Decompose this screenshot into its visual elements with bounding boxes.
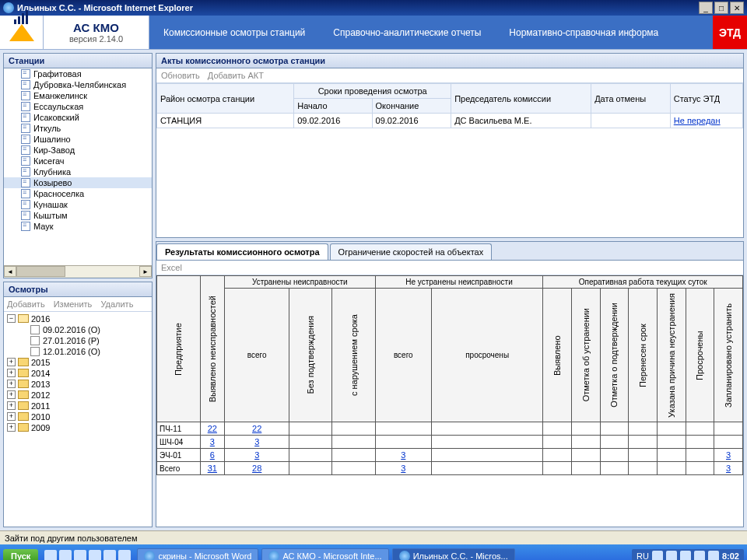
col-end[interactable]: Окончание: [372, 99, 451, 114]
start-button[interactable]: Пуск: [3, 549, 38, 560]
expand-icon[interactable]: +: [7, 369, 16, 377]
tray-icon[interactable]: [694, 551, 705, 560]
ql-icon[interactable]: [59, 550, 72, 560]
inspection-item[interactable]: 27.01.2016 (Р): [30, 335, 149, 346]
value-link[interactable]: 22: [208, 424, 217, 433]
folder-open-icon: [18, 314, 29, 323]
menu-inspections[interactable]: Комиссионные осмотры станций: [149, 16, 319, 49]
menu-reports[interactable]: Справочно-аналитические отчеты: [319, 16, 495, 49]
clock[interactable]: 8:02: [722, 551, 739, 560]
value-link[interactable]: 3: [210, 437, 215, 446]
taskbar-button[interactable]: скрины - Microsoft Word: [137, 548, 258, 560]
station-item[interactable]: Графитовая: [4, 68, 152, 79]
maximize-button[interactable]: □: [714, 2, 728, 14]
station-item[interactable]: Кыштым: [4, 210, 152, 221]
station-item[interactable]: Еманжелинск: [4, 90, 152, 101]
year-node[interactable]: +2012: [7, 390, 149, 401]
ql-icon[interactable]: [74, 550, 86, 560]
acts-row[interactable]: СТАНЦИЯ 09.02.2016 09.02.2016 ДС Василье…: [157, 114, 743, 128]
inspection-item[interactable]: 12.01.2016 (О): [30, 346, 149, 357]
station-item[interactable]: Исаковский: [4, 112, 152, 123]
value-link[interactable]: 3: [401, 464, 405, 473]
etd-badge[interactable]: ЭТД: [713, 16, 747, 49]
tab-results[interactable]: Результаты комиссионного осмотра: [156, 243, 328, 260]
stations-tree[interactable]: ГрафитоваяДубровка-ЧелябинскаяЕманжелинс…: [4, 68, 152, 265]
minimize-button[interactable]: _: [699, 2, 713, 14]
value-link[interactable]: 3: [254, 450, 259, 460]
expand-icon[interactable]: +: [7, 401, 16, 410]
edit-link[interactable]: Изменить: [54, 299, 93, 309]
year-node[interactable]: +2011: [7, 401, 149, 411]
ql-icon[interactable]: [118, 550, 131, 560]
station-item[interactable]: Иткуль: [4, 123, 152, 134]
value-link[interactable]: 28: [252, 464, 261, 473]
station-item[interactable]: Кунашак: [4, 199, 152, 210]
stations-scrollbar[interactable]: ◄ ►: [4, 265, 152, 278]
scroll-right-icon[interactable]: ►: [139, 266, 152, 277]
lang-indicator[interactable]: RU: [637, 551, 649, 560]
scroll-thumb[interactable]: [16, 266, 65, 277]
tray-icon[interactable]: [666, 551, 677, 560]
value-link[interactable]: 6: [210, 450, 215, 460]
year-node[interactable]: +2009: [7, 422, 149, 433]
year-node[interactable]: +2010: [7, 411, 149, 422]
ql-icon[interactable]: [103, 550, 116, 560]
status-text[interactable]: Зайти под другим пользователем: [5, 534, 138, 543]
tray-icon[interactable]: [652, 551, 663, 560]
collapse-icon[interactable]: −: [7, 314, 16, 323]
delete-link[interactable]: Удалить: [100, 299, 133, 309]
year-node[interactable]: +2013: [7, 379, 149, 390]
station-item[interactable]: Маук: [4, 221, 152, 232]
expand-icon[interactable]: +: [7, 380, 16, 388]
year-node[interactable]: −2016: [7, 313, 149, 324]
station-item[interactable]: Клубника: [4, 166, 152, 177]
tray-icon[interactable]: [680, 551, 691, 560]
add-act-link[interactable]: Добавить АКТ: [208, 71, 264, 80]
results-row[interactable]: ПЧ-112222: [157, 422, 743, 436]
status-link[interactable]: Не передан: [674, 116, 721, 125]
col-found: Выявлено неисправностей: [207, 292, 218, 405]
station-item[interactable]: Ишалино: [4, 134, 152, 145]
station-item[interactable]: Кир-Завод: [4, 145, 152, 156]
col-chair[interactable]: Председатель комиссии: [451, 84, 591, 114]
ql-icon[interactable]: [89, 550, 101, 560]
status-bar[interactable]: Зайти под другим пользователем: [0, 530, 747, 544]
results-row[interactable]: Всего312833: [157, 462, 743, 475]
refresh-link[interactable]: Обновить: [161, 71, 200, 80]
inspections-tree[interactable]: −201609.02.2016 (О)27.01.2016 (Р)12.01.2…: [4, 312, 152, 527]
col-status[interactable]: Статус ЭТД: [670, 84, 742, 114]
year-node[interactable]: +2014: [7, 368, 149, 379]
station-item[interactable]: Красноселка: [4, 188, 152, 199]
station-item[interactable]: Ессаульская: [4, 101, 152, 112]
value-link[interactable]: 3: [726, 450, 731, 460]
expand-icon[interactable]: +: [7, 358, 16, 366]
expand-icon[interactable]: +: [7, 390, 16, 399]
value-link[interactable]: 3: [401, 450, 405, 460]
value-link[interactable]: 31: [208, 464, 217, 473]
station-item[interactable]: Кисегач: [4, 156, 152, 166]
results-row[interactable]: ЭЧ-016333: [157, 449, 743, 462]
scroll-left-icon[interactable]: ◄: [4, 266, 16, 277]
col-start[interactable]: Начало: [294, 99, 372, 114]
menu-reference[interactable]: Нормативно-справочная информа: [495, 16, 672, 49]
year-node[interactable]: +2015: [7, 357, 149, 368]
value-link[interactable]: 22: [252, 424, 261, 433]
close-button[interactable]: ✕: [730, 2, 744, 14]
taskbar-button[interactable]: АС КМО - Microsoft Inte...: [261, 548, 388, 560]
tab-speed-limits[interactable]: Ограничение скоростей на объектах: [330, 243, 493, 260]
excel-link[interactable]: Excel: [161, 263, 182, 272]
col-cancel[interactable]: Дата отмены: [591, 84, 671, 114]
taskbar-button-active[interactable]: Ильиных С.С. - Micros...: [392, 548, 515, 560]
ql-icon[interactable]: [44, 550, 57, 560]
tray-icon[interactable]: [708, 551, 719, 560]
station-item[interactable]: Козырево: [4, 177, 152, 188]
expand-icon[interactable]: +: [7, 423, 16, 432]
station-item[interactable]: Дубровка-Челябинская: [4, 79, 152, 90]
value-link[interactable]: 3: [726, 464, 731, 473]
expand-icon[interactable]: +: [7, 412, 16, 421]
add-link[interactable]: Добавить: [7, 299, 45, 309]
value-link[interactable]: 3: [254, 437, 259, 446]
col-region[interactable]: Район осмотра станции: [157, 84, 294, 114]
inspection-item[interactable]: 09.02.2016 (О): [30, 324, 149, 335]
results-row[interactable]: ШЧ-0433: [157, 436, 743, 449]
